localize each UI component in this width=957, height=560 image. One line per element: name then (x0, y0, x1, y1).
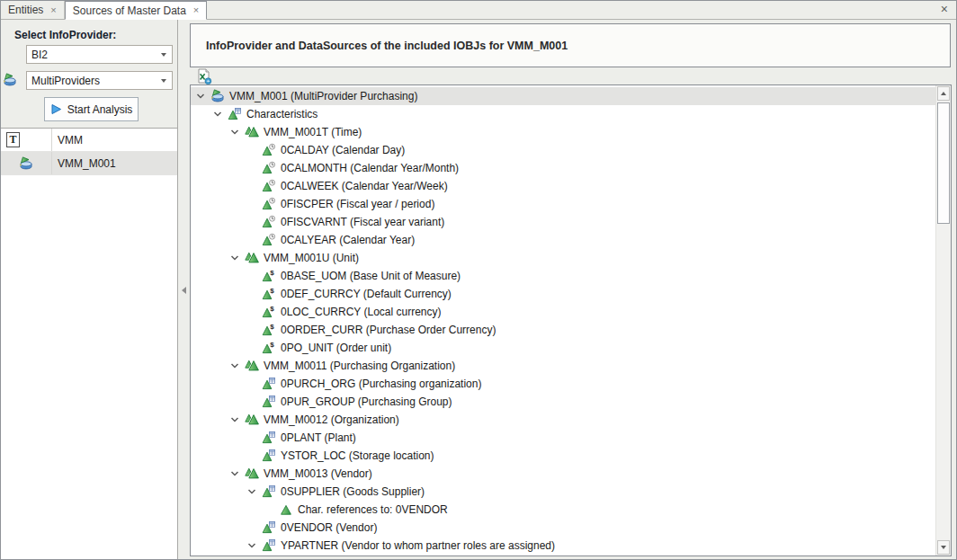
tree-row[interactable]: YSTOR_LOC (Storage location) (191, 447, 935, 465)
chevron-down-icon[interactable] (213, 110, 228, 119)
dimension-icon (245, 251, 259, 265)
char-icon (228, 107, 242, 121)
tree-row[interactable]: 0FISCVARNT (Fiscal year variant) (191, 213, 935, 231)
scroll-up-button[interactable] (937, 86, 950, 101)
tree-node-label: 0PURCH_ORG (Purchasing organization) (281, 378, 481, 390)
tab-sources-of-master-data[interactable]: Sources of Master Data × (65, 1, 208, 20)
tab-sources-label: Sources of Master Data (73, 4, 186, 17)
tree-node-label: 0PLANT (Plant) (281, 431, 356, 444)
tree-node-label: 0FISCVARNT (Fiscal year variant) (281, 216, 444, 228)
tree-row[interactable]: 0CALDAY (Calendar Day) (191, 141, 935, 159)
tab-close-icon[interactable]: × (50, 5, 56, 15)
chevron-down-icon[interactable] (230, 469, 245, 478)
char-time-icon (262, 215, 276, 229)
text-filter-icon[interactable]: T (6, 132, 20, 147)
dimension-icon (245, 359, 259, 373)
tree-row[interactable]: Char. references to: 0VENDOR (191, 501, 935, 519)
tree-row[interactable]: 0SUPPLIER (Goods Supplier) (191, 483, 935, 501)
chevron-down-icon[interactable] (230, 415, 245, 424)
arrow-up-icon (941, 92, 946, 95)
tree-node-label: 0PUR_GROUP (Purchasing Group) (281, 396, 452, 408)
chevron-down-icon[interactable] (247, 487, 262, 496)
splitter-collapse-icon[interactable] (182, 287, 186, 294)
app-window: Entities × Sources of Master Data × × Se… (0, 0, 957, 560)
tab-close-icon[interactable]: × (193, 5, 199, 15)
chevron-down-icon[interactable] (230, 253, 245, 262)
tree-row[interactable]: VMM_M0013 (Vendor) (191, 465, 935, 483)
tab-entities-label: Entities (8, 4, 43, 16)
char-time-icon (262, 197, 276, 211)
start-analysis-label: Start Analysis (67, 103, 133, 116)
filter-row[interactable]: T VMM (1, 129, 177, 152)
list-item[interactable]: VMM_M001 (1, 152, 177, 175)
chevron-down-icon[interactable] (196, 92, 210, 101)
char-unit-icon (262, 323, 276, 337)
tree-row[interactable]: VMM_M0011 (Purchasing Organization) (191, 357, 935, 375)
char-time-icon (262, 179, 276, 193)
char-unit-icon (262, 305, 276, 319)
scrollbar-thumb[interactable] (937, 102, 950, 224)
dimension-icon (245, 413, 259, 427)
scroll-down-button[interactable] (937, 540, 950, 555)
tree-row[interactable]: VMM_M0012 (Organization) (191, 411, 935, 429)
vertical-scrollbar[interactable] (935, 85, 951, 556)
tree-node-label: 0VENDOR (Vendor) (281, 521, 377, 534)
tree-row[interactable]: 0PLANT (Plant) (191, 429, 935, 447)
char-icon (262, 538, 276, 553)
tree-node-label: 0ORDER_CURR (Purchase Order Currency) (281, 324, 496, 336)
chevron-down-icon[interactable] (230, 128, 245, 137)
char-unit-icon (262, 287, 276, 301)
tree-row[interactable]: Characteristics (191, 105, 935, 123)
tab-entities[interactable]: Entities × (1, 1, 65, 19)
export-excel-button[interactable] (195, 67, 213, 85)
tree-row[interactable]: 0LOC_CURRCY (Local currency) (191, 303, 935, 321)
char-unit-icon (262, 341, 276, 355)
export-excel-icon (196, 68, 212, 84)
tree-node-label: VMM_M001U (Unit) (264, 252, 359, 264)
multiprovider-icon (3, 73, 17, 87)
provider-type-dropdown[interactable]: MultiProviders (26, 71, 173, 90)
tree-row[interactable]: VMM_M001 (MultiProvider Purchasing) (191, 87, 935, 105)
tree-node-label: VMM_M001T (Time) (264, 126, 362, 138)
char-icon (262, 395, 276, 409)
tree-row[interactable]: 0VENDOR (Vendor) (191, 519, 935, 537)
tree-node-label: YPARTNER (Vendor to whom partner roles a… (281, 539, 555, 552)
tree-row[interactable]: 0CALMONTH (Calendar Year/Month) (191, 159, 935, 177)
close-icon[interactable]: × (941, 3, 948, 15)
tree-row[interactable]: 0DEF_CURRCY (Default Currency) (191, 285, 935, 303)
tree-row[interactable]: 0CALWEEK (Calendar Year/Week) (191, 177, 935, 195)
page-title: InfoProvider and DataSources of the incl… (191, 40, 568, 52)
chevron-down-icon[interactable] (247, 541, 262, 550)
sidebar-title: Select InfoProvider: (14, 29, 116, 41)
tree-node-label: 0SUPPLIER (Goods Supplier) (281, 485, 425, 498)
tree-row[interactable]: 0PUR_GROUP (Purchasing Group) (191, 393, 935, 411)
tree-node-label: 0CALMONTH (Calendar Year/Month) (281, 162, 459, 174)
tree-row[interactable]: 0CALYEAR (Calendar Year) (191, 231, 935, 249)
tree-node-label: 0BASE_UOM (Base Unit of Measure) (281, 270, 461, 282)
chevron-down-icon (161, 79, 166, 83)
list-item-label: VMM_M001 (52, 157, 116, 170)
char-time-icon (262, 233, 276, 247)
dimension-icon (245, 467, 259, 481)
tree-row[interactable]: VMM_M001U (Unit) (191, 249, 935, 267)
system-dropdown-value: BI2 (31, 49, 48, 61)
chevron-down-icon (161, 53, 166, 57)
tree-row[interactable]: 0BASE_UOM (Base Unit of Measure) (191, 267, 935, 285)
system-dropdown[interactable]: BI2 (26, 45, 173, 64)
tree-row[interactable]: 0ORDER_CURR (Purchase Order Currency) (191, 321, 935, 339)
tree-row[interactable]: 0PURCH_ORG (Purchasing organization) (191, 375, 935, 393)
provider-type-dropdown-value: MultiProviders (31, 75, 100, 87)
tab-bar: Entities × Sources of Master Data × × (1, 1, 956, 20)
tree-row[interactable]: YPARTNER (Vendor to whom partner roles a… (191, 537, 935, 555)
arrow-down-icon (941, 546, 946, 549)
tree-row[interactable]: VMM_M001T (Time) (191, 123, 935, 141)
filter-input[interactable]: VMM (52, 134, 83, 147)
char-icon (262, 449, 276, 463)
tree-row[interactable]: 0FISCPER (Fiscal year / period) (191, 195, 935, 213)
multiprovider-icon (19, 156, 33, 171)
infoprovider-list: T VMM VMM_M001 (1, 128, 177, 559)
tree-node-label: 0PO_UNIT (Order unit) (281, 342, 391, 354)
start-analysis-button[interactable]: Start Analysis (44, 97, 139, 121)
chevron-down-icon[interactable] (230, 361, 245, 370)
tree-row[interactable]: 0PO_UNIT (Order unit) (191, 339, 935, 357)
